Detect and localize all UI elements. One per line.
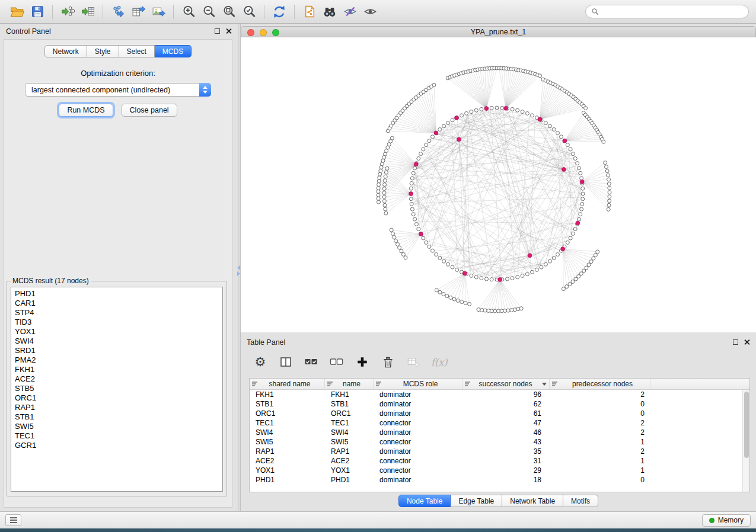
show-graphics-button[interactable] (360, 3, 380, 21)
deselect-all-button[interactable] (329, 354, 344, 370)
toolbar-separator (52, 5, 53, 19)
plus-icon (356, 356, 368, 368)
search-box[interactable] (585, 5, 749, 18)
save-session-button[interactable] (27, 3, 47, 21)
export-image-button[interactable] (148, 3, 168, 21)
zoom-selected-button[interactable] (239, 3, 259, 21)
table-cell: dominator (374, 447, 462, 456)
mcds-result-item[interactable]: STB5 (11, 384, 222, 393)
export-network-button[interactable] (108, 3, 128, 21)
toolbar-separator (264, 5, 264, 19)
table-cell: YOX1 (250, 466, 325, 475)
mcds-result-item[interactable]: YOX1 (11, 327, 222, 336)
float-table-panel-icon[interactable] (733, 339, 738, 345)
column-header-shared-name[interactable]: shared name (250, 379, 325, 389)
tab-node-table[interactable]: Node Table (398, 495, 451, 507)
zoom-fit-button[interactable] (219, 3, 239, 21)
mcds-result-item[interactable]: SRD1 (11, 346, 222, 355)
tab-select[interactable]: Select (119, 45, 155, 57)
mcds-result-item[interactable]: STP4 (11, 308, 222, 318)
table-row[interactable]: TEC1TEC1connector472 (250, 418, 749, 428)
select-all-button[interactable] (304, 354, 319, 370)
table-cell: dominator (374, 409, 462, 418)
network-canvas-svg[interactable] (241, 37, 756, 332)
sort-caret-icon (542, 383, 547, 386)
delete-column-button[interactable] (380, 354, 395, 370)
close-panel-button[interactable]: Close panel (122, 104, 177, 117)
import-table-button[interactable] (78, 3, 98, 21)
table-settings-button[interactable]: ⚙ (253, 354, 268, 370)
mcds-result-item[interactable]: SWI4 (11, 336, 222, 346)
window-minimize-button[interactable] (260, 29, 267, 36)
splitter-handle[interactable] (237, 265, 240, 276)
column-header-predecessor-nodes[interactable]: predecessor nodes (550, 379, 650, 389)
list-icon (9, 517, 18, 524)
tab-motifs[interactable]: Motifs (563, 495, 598, 507)
memory-button[interactable]: Memory (702, 514, 751, 527)
window-close-button[interactable] (247, 29, 254, 36)
mcds-result-item[interactable]: TEC1 (11, 431, 222, 441)
mcds-result-list[interactable]: PHD1CAR1STP4TID3YOX1SWI4SRD1PMA2FKH1ACE2… (11, 287, 223, 492)
search-network-button[interactable] (320, 3, 340, 21)
table-toolbar: ⚙ f(x) (253, 350, 447, 374)
mcds-result-item[interactable]: STB1 (11, 412, 222, 422)
main-toolbar (0, 0, 756, 24)
import-network-button[interactable] (58, 3, 78, 21)
mcds-result-item[interactable]: ORC1 (11, 393, 222, 403)
mcds-result-item[interactable]: FKH1 (11, 365, 222, 374)
table-scrollbar[interactable] (742, 390, 749, 492)
show-panels-button[interactable] (5, 514, 21, 526)
table-cell: RAP1 (325, 447, 374, 456)
table-row[interactable]: PHD1PHD1dominator180 (250, 475, 749, 485)
float-panel-icon[interactable] (215, 28, 220, 34)
mcds-result-item[interactable]: ACE2 (11, 374, 222, 384)
tab-network[interactable]: Network (44, 45, 87, 57)
export-table-button[interactable] (128, 3, 148, 21)
table-row[interactable]: ORC1ORC1dominator610 (250, 409, 749, 418)
table-row[interactable]: FKH1FKH1dominator962 (250, 390, 749, 399)
mcds-result-item[interactable]: RAP1 (11, 403, 222, 412)
show-columns-button[interactable] (278, 354, 294, 370)
close-table-panel-icon[interactable] (744, 339, 750, 345)
close-panel-icon[interactable] (225, 28, 232, 34)
table-row[interactable]: SWI5SWI5connector431 (250, 437, 749, 447)
add-column-button[interactable] (355, 354, 370, 370)
table-row[interactable]: SWI4SWI4dominator462 (250, 428, 749, 437)
window-controls (247, 29, 279, 36)
table-row[interactable]: STB1STB1dominator620 (250, 399, 749, 409)
open-session-button[interactable] (7, 3, 27, 21)
tab-style[interactable]: Style (87, 45, 119, 57)
refresh-button[interactable] (269, 3, 289, 21)
window-zoom-button[interactable] (272, 29, 279, 36)
column-header-MCDS-role[interactable]: MCDS role (374, 379, 462, 389)
tab-mcds[interactable]: MCDS (155, 45, 192, 57)
column-header-name[interactable]: name (325, 379, 374, 389)
zoom-out-button[interactable] (199, 3, 219, 21)
tab-network-table[interactable]: Network Table (502, 495, 563, 507)
network-titlebar[interactable]: YPA_prune.txt_1 (241, 26, 756, 37)
tab-edge-table[interactable]: Edge Table (451, 495, 502, 507)
mcds-result-item[interactable]: GCR1 (11, 441, 222, 450)
control-panel-tabs: NetworkStyleSelectMCDS (4, 45, 232, 57)
table-cell: ACE2 (250, 456, 325, 466)
mcds-result-item[interactable]: TID3 (11, 318, 222, 327)
zoom-in-button[interactable] (178, 3, 199, 21)
table-row[interactable]: YOX1YOX1connector291 (250, 466, 749, 475)
mcds-result-title: MCDS result (17 nodes) (11, 277, 91, 285)
table-row[interactable]: RAP1RAP1dominator352 (250, 447, 749, 456)
share-document-button[interactable] (299, 3, 320, 21)
table-cell: dominator (374, 390, 462, 399)
select-all-icon (304, 355, 318, 368)
mcds-result-item[interactable]: PMA2 (11, 355, 222, 365)
table-row[interactable]: ACE2ACE2connector311 (250, 456, 749, 466)
scrollbar-thumb[interactable] (744, 392, 749, 458)
run-mcds-button[interactable]: Run MCDS (59, 104, 113, 117)
table-cell: 29 (462, 466, 550, 475)
search-input[interactable] (602, 8, 743, 16)
criterion-dropdown[interactable]: largest connected component (undirected) (25, 83, 211, 97)
column-header-successor-nodes[interactable]: successor nodes (462, 379, 550, 389)
mcds-result-item[interactable]: SWI5 (11, 422, 222, 431)
mcds-result-item[interactable]: PHD1 (11, 289, 222, 299)
toggle-style-button[interactable] (340, 3, 360, 21)
mcds-result-item[interactable]: CAR1 (11, 299, 222, 308)
